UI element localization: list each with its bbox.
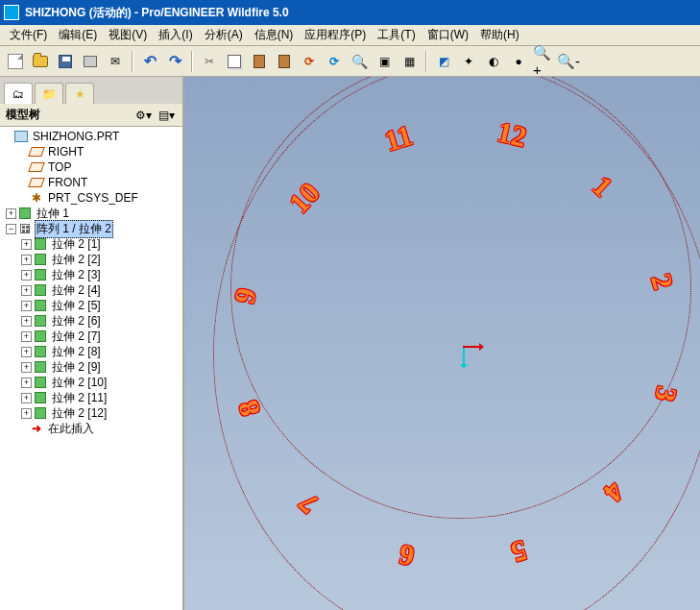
- view-button[interactable]: ◩: [432, 50, 455, 73]
- tree-pattern-item[interactable]: +拉伸 2 [5]: [0, 298, 182, 313]
- model-tree[interactable]: SHIZHONG.PRT RIGHT TOP FRONT ✱PRT_CSYS_D…: [0, 127, 182, 610]
- tree-item-label: 拉伸 2 [7]: [50, 329, 103, 345]
- tab-folder[interactable]: 📁: [35, 83, 63, 104]
- new-icon: [8, 54, 23, 69]
- redo-button[interactable]: ↷: [163, 50, 186, 73]
- tree-pattern-item[interactable]: +拉伸 2 [10]: [0, 375, 182, 390]
- tree-show-button[interactable]: ▤▾: [156, 106, 177, 125]
- select-icon: ▣: [379, 55, 390, 68]
- menu-edit[interactable]: 编辑(E): [53, 25, 103, 45]
- expand-icon[interactable]: +: [21, 270, 32, 281]
- tree-insert-here[interactable]: ➜在此插入: [0, 421, 182, 436]
- expand-icon[interactable]: +: [21, 362, 32, 373]
- tab-model-tree[interactable]: 🗂: [4, 83, 33, 104]
- cut-icon: ✂: [205, 55, 214, 68]
- find-icon: 🔍: [351, 54, 368, 69]
- paste-icon: [253, 55, 265, 68]
- mail-icon: ✉: [110, 55, 120, 68]
- menu-app[interactable]: 应用程序(P): [299, 25, 372, 45]
- paste-special-button[interactable]: [273, 50, 296, 73]
- menu-tools[interactable]: 工具(T): [372, 25, 421, 45]
- orient-button[interactable]: ◐: [482, 50, 505, 73]
- zoom-out-button[interactable]: 🔍-: [557, 50, 580, 73]
- expand-icon[interactable]: +: [21, 316, 32, 327]
- tab-favorite[interactable]: ★: [65, 83, 94, 104]
- extrude-icon: [35, 315, 46, 327]
- zoom-in-icon: 🔍+: [533, 44, 554, 78]
- cut-button[interactable]: ✂: [198, 50, 221, 73]
- print-button[interactable]: [79, 50, 102, 73]
- extrude-icon: [35, 392, 46, 403]
- menu-file[interactable]: 文件(F): [4, 25, 53, 45]
- tree-item-label: 拉伸 2 [2]: [50, 252, 103, 268]
- tree-pattern-item[interactable]: +拉伸 2 [8]: [0, 344, 182, 359]
- tree-pattern-item[interactable]: +拉伸 2 [12]: [0, 405, 182, 421]
- tree-pattern-item[interactable]: +拉伸 2 [9]: [0, 359, 182, 375]
- tree-item-label: 拉伸 2 [8]: [50, 344, 103, 360]
- tree-item-label: 拉伸 2 [3]: [50, 267, 103, 283]
- tree-pattern-item[interactable]: +拉伸 2 [11]: [0, 390, 182, 405]
- copy-button[interactable]: [223, 50, 246, 73]
- menu-window[interactable]: 窗口(W): [422, 25, 474, 45]
- menu-view[interactable]: 视图(V): [103, 25, 153, 45]
- extrude-icon: [35, 330, 46, 342]
- expand-icon[interactable]: +: [21, 255, 32, 265]
- print-icon: [84, 56, 97, 67]
- tree-pattern-item[interactable]: +拉伸 2 [6]: [0, 313, 182, 329]
- expand-icon[interactable]: +: [21, 378, 32, 388]
- expand-icon[interactable]: +: [21, 239, 32, 250]
- menu-analysis[interactable]: 分析(A): [199, 25, 249, 45]
- tree-csys[interactable]: ✱PRT_CSYS_DEF: [0, 190, 182, 206]
- shade-icon: ●: [515, 55, 521, 68]
- folder-icon: 📁: [42, 87, 57, 101]
- tree-root[interactable]: SHIZHONG.PRT: [0, 129, 182, 144]
- open-button[interactable]: [29, 50, 52, 73]
- undo-icon: ↶: [144, 52, 157, 70]
- expand-icon[interactable]: +: [21, 285, 32, 296]
- tree-pattern-item[interactable]: +拉伸 2 [4]: [0, 282, 182, 298]
- graphics-canvas[interactable]: 121234567891011: [184, 77, 700, 610]
- expand-icon[interactable]: +: [21, 408, 32, 419]
- menu-insert[interactable]: 插入(I): [153, 25, 198, 45]
- collapse-icon[interactable]: −: [6, 224, 16, 234]
- expand-icon[interactable]: +: [21, 347, 32, 357]
- select2-icon: ▦: [404, 55, 415, 68]
- menu-help[interactable]: 帮助(H): [474, 25, 525, 45]
- undo-button[interactable]: ↶: [138, 50, 161, 73]
- tree-front[interactable]: FRONT: [0, 175, 182, 190]
- tree-pattern-item[interactable]: +拉伸 2 [7]: [0, 329, 182, 344]
- regen-button[interactable]: ⟳: [298, 50, 321, 73]
- save-button[interactable]: [54, 50, 77, 73]
- find-button[interactable]: 🔍: [348, 50, 371, 73]
- mail-button[interactable]: ✉: [104, 50, 127, 73]
- paste-button[interactable]: [248, 50, 271, 73]
- select2-button[interactable]: ▦: [398, 50, 421, 73]
- extrude-icon: [35, 377, 46, 388]
- menu-info[interactable]: 信息(N): [249, 25, 300, 45]
- regen2-button[interactable]: ⟳: [323, 50, 346, 73]
- tree-pattern-item[interactable]: +拉伸 2 [2]: [0, 252, 182, 267]
- navigator-panel: 🗂 📁 ★ 模型树 ⚙▾ ▤▾ SHIZHONG.PRT RIGHT TOP F…: [0, 77, 184, 610]
- zoom-in-button[interactable]: 🔍+: [532, 50, 555, 73]
- new-button[interactable]: [4, 50, 27, 73]
- tree-top[interactable]: TOP: [0, 159, 182, 175]
- shade-button[interactable]: ●: [507, 50, 530, 73]
- orient-icon: ◐: [489, 55, 498, 68]
- extrude-icon: [35, 300, 46, 311]
- expand-icon[interactable]: +: [21, 331, 32, 342]
- expand-icon[interactable]: +: [6, 208, 16, 219]
- tree-settings-button[interactable]: ⚙▾: [133, 106, 154, 125]
- tree-pattern-item[interactable]: +拉伸 2 [3]: [0, 267, 182, 282]
- copy-icon: [228, 55, 241, 68]
- spin-button[interactable]: ✦: [457, 50, 480, 73]
- part-icon: [14, 131, 28, 142]
- tree-pattern-item[interactable]: +拉伸 2 [1]: [0, 236, 182, 252]
- expand-icon[interactable]: +: [21, 301, 32, 311]
- tree-right[interactable]: RIGHT: [0, 144, 182, 159]
- tree-item-label: 拉伸 2 [9]: [50, 359, 103, 376]
- tree-pattern[interactable]: −阵列 1 / 拉伸 2: [0, 221, 182, 236]
- expand-icon[interactable]: +: [21, 393, 32, 403]
- pattern-icon: [20, 224, 30, 233]
- select-button[interactable]: ▣: [373, 50, 396, 73]
- extrude-icon: [35, 238, 46, 250]
